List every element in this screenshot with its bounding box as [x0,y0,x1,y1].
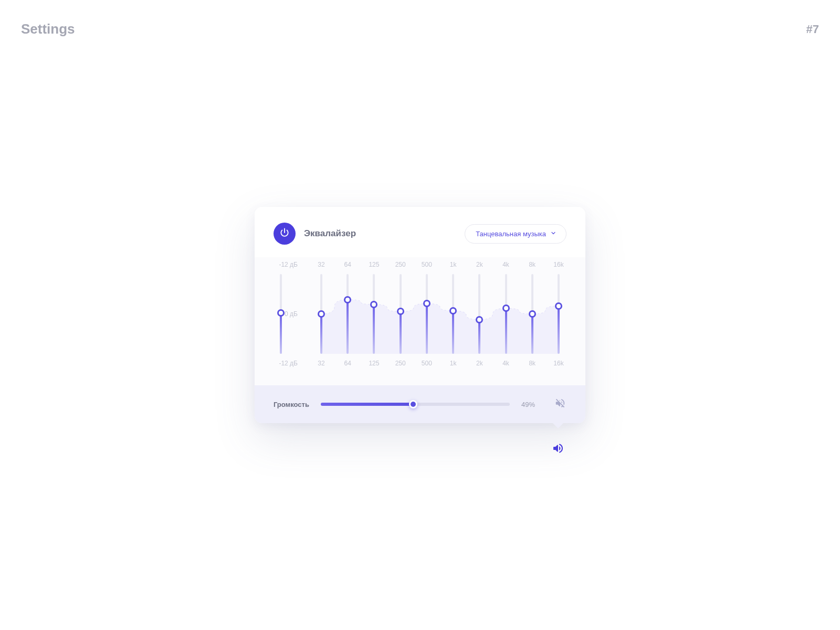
band-label-top: 1k [445,261,461,268]
band-label-bottom: 125 [366,360,382,367]
scale-label-top: -12 дБ [274,261,298,268]
page-number: #7 [806,23,819,36]
band-label-top: 250 [393,261,408,268]
preset-select-label: Танцевальная музыка [476,230,546,238]
band-slider-8k[interactable] [524,274,540,354]
band-label-bottom: 500 [419,360,435,367]
band-label-top: 8k [524,261,540,268]
equalizer-card: Эквалайзер Танцевальная музыка -12 дБ [255,207,585,423]
page-title: Settings [21,21,75,37]
speaker-button[interactable] [551,442,565,457]
band-label-top: 2k [471,261,487,268]
preset-select[interactable]: Танцевальная музыка [465,224,566,244]
volume-mute-icon [554,397,566,411]
band-label-bottom: 8k [524,360,540,367]
band-slider-16k[interactable] [551,274,566,354]
popover-arrow [552,422,564,428]
power-button[interactable] [274,223,296,245]
band-label-bottom: 1k [445,360,461,367]
volume-footer: Громкость 49% [255,385,585,423]
scale-slider[interactable]: 0 дБ [274,274,298,354]
scale-column: -12 дБ 0 дБ -12 дБ [274,257,298,371]
equalizer-title: Эквалайзер [304,228,356,239]
band-label-bottom: 16k [551,360,566,367]
band-label-bottom: 32 [313,360,329,367]
scale-label-bottom: -12 дБ [274,360,298,367]
band-slider-4k[interactable] [498,274,514,354]
band-label-top: 4k [498,261,514,268]
volume-percent: 49% [521,401,542,408]
band-slider-32[interactable] [313,274,329,354]
band-label-top: 32 [313,261,329,268]
bands-column: 32641252505001k2k4k8k16k 32641252505001k… [313,257,566,371]
band-slider-125[interactable] [366,274,382,354]
band-slider-2k[interactable] [471,274,487,354]
volume-label: Громкость [274,401,309,408]
band-label-top: 500 [419,261,435,268]
band-label-top: 16k [551,261,566,268]
band-label-bottom: 4k [498,360,514,367]
band-slider-1k[interactable] [445,274,461,354]
band-label-bottom: 64 [340,360,355,367]
band-label-bottom: 250 [393,360,408,367]
band-label-bottom: 2k [471,360,487,367]
power-icon [279,227,290,240]
card-header: Эквалайзер Танцевальная музыка [255,207,585,257]
scale-label-mid: 0 дБ [285,310,298,318]
band-label-top: 125 [366,261,382,268]
band-slider-250[interactable] [393,274,408,354]
mute-button[interactable] [554,398,566,411]
volume-on-icon [552,442,564,457]
band-slider-64[interactable] [340,274,355,354]
equalizer-body: -12 дБ 0 дБ -12 дБ 32641252505001k2k4k8k… [255,257,585,385]
band-label-top: 64 [340,261,355,268]
chevron-down-icon [550,230,556,238]
band-slider-500[interactable] [419,274,435,354]
volume-slider[interactable] [321,402,510,406]
